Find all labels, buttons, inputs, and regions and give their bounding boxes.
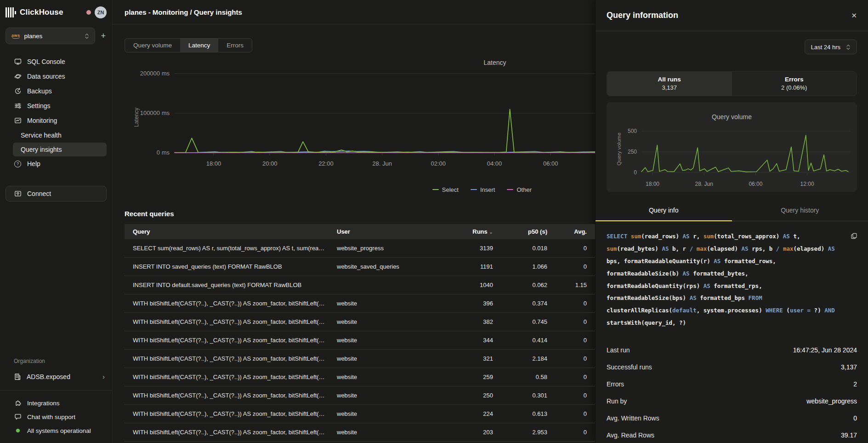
sidebar-item-system-status[interactable]: All systems operational xyxy=(0,424,112,437)
legend-item-other[interactable]: Other xyxy=(507,186,532,193)
svg-text:100000 ms: 100000 ms xyxy=(140,109,170,116)
stat-value: 0 xyxy=(853,414,857,422)
svg-text:12:00: 12:00 xyxy=(800,181,814,187)
connect-label: Connect xyxy=(27,190,51,197)
errors-count: 2 (0.06%) xyxy=(732,84,857,91)
tab-query-info[interactable]: Query info xyxy=(596,201,732,221)
cell-runs: 1191 xyxy=(451,263,493,270)
sidebar-item-label: Help xyxy=(27,160,40,167)
table-row[interactable]: WITH bitShiftLeft(CAST(?..), _CAST(?..))… xyxy=(125,405,595,423)
cell-query: WITH bitShiftLeft(CAST(?..), _CAST(?..))… xyxy=(133,337,337,344)
connect-button[interactable]: Connect xyxy=(6,186,107,201)
organization-building-icon xyxy=(14,373,21,380)
table-row[interactable]: WITH bitShiftLeft(CAST(?..), _CAST(?..))… xyxy=(125,294,595,313)
sidebar-item-data-sources[interactable]: Data sources xyxy=(0,69,112,84)
column-p50[interactable]: p50 (s) xyxy=(493,228,547,235)
cell-p50: 0.613 xyxy=(493,410,547,417)
stat-row: Run by website_progress xyxy=(607,392,857,409)
table-row[interactable]: WITH bitShiftLeft(CAST(?..), _CAST(?..))… xyxy=(125,350,595,368)
organization-section-label: Organization xyxy=(0,358,112,369)
svg-text:18:00: 18:00 xyxy=(206,160,221,167)
cell-avg: 1.15 xyxy=(547,282,587,288)
sidebar-item-integrations[interactable]: Integrations xyxy=(0,396,112,410)
time-range-value: Last 24 hrs xyxy=(811,44,840,51)
stat-value: 16:47:25, Jun 28 2024 xyxy=(793,346,857,354)
service-selector[interactable]: aws planes xyxy=(6,28,95,44)
svg-text:20:00: 20:00 xyxy=(262,160,278,167)
tab-query-history[interactable]: Query history xyxy=(732,201,868,221)
stat-label: Run by xyxy=(607,397,627,405)
recent-queries-heading: Recent queries xyxy=(125,210,595,218)
close-icon[interactable]: ✕ xyxy=(851,12,857,20)
cell-user: website xyxy=(337,392,451,399)
tab-latency[interactable]: Latency xyxy=(180,39,218,52)
cell-query: WITH bitShiftLeft(CAST(?..), _CAST(?..))… xyxy=(133,355,337,362)
summary-tab-all-runs[interactable]: All runs 3,137 xyxy=(607,72,732,96)
add-service-button[interactable]: + xyxy=(100,31,107,41)
legend-item-insert[interactable]: Insert xyxy=(471,186,495,193)
tab-query-volume[interactable]: Query volume xyxy=(125,39,180,52)
connect-icon xyxy=(14,190,22,197)
service-row: aws planes + xyxy=(0,25,112,44)
cell-p50: 0.745 xyxy=(493,318,547,325)
table-row[interactable]: WITH bitShiftLeft(CAST(?..), _CAST(?..))… xyxy=(125,313,595,331)
cell-query: WITH bitShiftLeft(CAST(?..), _CAST(?..))… xyxy=(133,392,337,399)
notification-dot-icon xyxy=(86,10,91,15)
monitoring-icon xyxy=(14,117,22,124)
table-header: Query User Runs⌄ p50 (s) Avg. xyxy=(125,224,595,239)
sidebar-item-backups[interactable]: Backups xyxy=(0,84,112,98)
sidebar-item-settings[interactable]: Settings xyxy=(0,98,112,113)
cell-runs: 321 xyxy=(451,355,493,362)
cell-runs: 259 xyxy=(451,374,493,380)
sidebar-item-help[interactable]: ? Help xyxy=(0,156,112,171)
column-query[interactable]: Query xyxy=(133,228,337,235)
cell-p50: 0.374 xyxy=(493,300,547,307)
sidebar-item-monitoring[interactable]: Monitoring xyxy=(0,113,112,128)
cell-avg: 0 xyxy=(547,410,587,417)
data-sources-icon xyxy=(14,73,22,80)
latency-chart-legend: SelectInsertOther xyxy=(113,183,595,196)
stat-label: Avg. Read Rows xyxy=(607,431,654,439)
column-avg[interactable]: Avg. xyxy=(547,228,587,235)
table-row[interactable]: INSERT INTO default.saved_queries (text)… xyxy=(125,276,595,294)
cell-query: WITH bitShiftLeft(CAST(?..), _CAST(?..))… xyxy=(133,410,337,417)
cell-query: INSERT INTO saved_queries (text) FORMAT … xyxy=(133,263,337,270)
cell-avg: 0 xyxy=(547,318,587,325)
cell-runs: 3139 xyxy=(451,245,493,252)
cell-avg: 0 xyxy=(547,355,587,362)
cell-user: website xyxy=(337,429,451,436)
cell-avg: 0 xyxy=(547,300,587,307)
cell-avg: 0 xyxy=(547,337,587,344)
user-avatar[interactable]: ZN xyxy=(95,6,107,18)
sidebar-item-sql-console[interactable]: SQL Console xyxy=(0,54,112,69)
chart-tabs-row: Query volume Latency Errors xyxy=(125,38,595,52)
footer-item-label: All systems operational xyxy=(27,427,91,434)
table-row[interactable]: WITH bitShiftLeft(CAST(?..), _CAST(?..))… xyxy=(125,331,595,350)
table-row[interactable]: WITH bitShiftLeft(CAST(?..), _CAST(?..))… xyxy=(125,423,595,442)
table-row[interactable]: SELECT sum(read_rows) AS r, sum(total_ro… xyxy=(125,239,595,258)
copy-icon[interactable] xyxy=(851,231,857,244)
time-range-selector[interactable]: Last 24 hrs xyxy=(805,40,857,54)
table-row[interactable]: INSERT INTO saved_queries (text) FORMAT … xyxy=(125,258,595,276)
sidebar-item-chat-support[interactable]: Chat with support xyxy=(0,410,112,424)
query-volume-chart-ylabel: Query volume xyxy=(616,124,622,174)
panel-tabs: Query info Query history xyxy=(596,201,868,221)
tab-errors[interactable]: Errors xyxy=(218,39,252,52)
column-user[interactable]: User xyxy=(337,228,451,235)
aws-icon: aws xyxy=(11,33,20,39)
chat-bubble-icon xyxy=(14,413,22,420)
summary-tabs: All runs 3,137 Errors 2 (0.06%) xyxy=(607,71,857,96)
clickhouse-logo-icon xyxy=(6,7,16,17)
organization-name: ADSB.exposed xyxy=(27,373,97,380)
sidebar-item-query-insights[interactable]: Query insights xyxy=(13,143,107,156)
table-row[interactable]: WITH bitShiftLeft(CAST(?..), _CAST(?..))… xyxy=(125,368,595,386)
column-runs[interactable]: Runs⌄ xyxy=(451,228,493,235)
query-volume-chart-title: Query volume xyxy=(607,113,857,121)
sidebar-item-service-health[interactable]: Service health xyxy=(0,128,112,143)
table-row[interactable]: WITH bitShiftLeft(CAST(?..), _CAST(?..))… xyxy=(125,386,595,405)
legend-item-select[interactable]: Select xyxy=(432,186,459,193)
summary-tab-errors[interactable]: Errors 2 (0.06%) xyxy=(732,72,857,96)
cell-runs: 344 xyxy=(451,337,493,344)
svg-text:04:00: 04:00 xyxy=(487,160,502,167)
organization-selector[interactable]: ADSB.exposed › xyxy=(0,369,112,385)
